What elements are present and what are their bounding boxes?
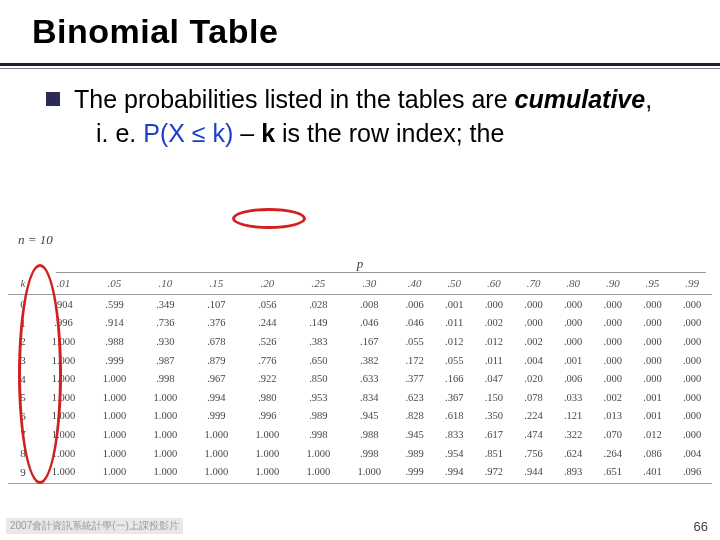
value-cell: .013 bbox=[593, 407, 633, 426]
value-cell: .756 bbox=[514, 444, 554, 463]
value-cell: 1.000 bbox=[140, 462, 191, 483]
p-header: .60 bbox=[474, 274, 514, 295]
value-cell: .150 bbox=[474, 388, 514, 407]
k-header: k bbox=[8, 274, 38, 295]
value-cell: .011 bbox=[474, 351, 514, 370]
table-row: 21.000.988.930.678.526.383.167.055.012.0… bbox=[8, 332, 712, 351]
k-cell: 1 bbox=[8, 314, 38, 333]
value-cell: .994 bbox=[434, 462, 474, 483]
value-cell: .998 bbox=[344, 444, 395, 463]
value-cell: .000 bbox=[633, 314, 673, 333]
value-cell: .624 bbox=[553, 444, 593, 463]
k-cell: 7 bbox=[8, 425, 38, 444]
value-cell: .972 bbox=[474, 462, 514, 483]
value-cell: .999 bbox=[191, 407, 242, 426]
value-cell: .000 bbox=[514, 295, 554, 314]
value-cell: .000 bbox=[593, 295, 633, 314]
value-cell: .000 bbox=[514, 314, 554, 333]
value-cell: 1.000 bbox=[140, 407, 191, 426]
p-header: .70 bbox=[514, 274, 554, 295]
value-cell: .001 bbox=[633, 388, 673, 407]
page-number: 66 bbox=[694, 519, 708, 534]
table-row: 51.0001.0001.000.994.980.953.834.623.367… bbox=[8, 388, 712, 407]
value-cell: .989 bbox=[395, 444, 435, 463]
value-cell: .382 bbox=[344, 351, 395, 370]
value-cell: .376 bbox=[191, 314, 242, 333]
value-cell: .833 bbox=[434, 425, 474, 444]
value-cell: .000 bbox=[672, 407, 712, 426]
value-cell: .850 bbox=[293, 369, 344, 388]
footer-caption: 2007會計資訊系統計學(一)上課投影片 bbox=[6, 518, 183, 534]
value-cell: .008 bbox=[344, 295, 395, 314]
p-header: .99 bbox=[672, 274, 712, 295]
value-cell: .096 bbox=[672, 462, 712, 483]
red-highlight-oval-header bbox=[232, 208, 306, 229]
value-cell: .002 bbox=[474, 314, 514, 333]
value-cell: .322 bbox=[553, 425, 593, 444]
value-cell: .012 bbox=[474, 332, 514, 351]
value-cell: 1.000 bbox=[89, 444, 140, 463]
value-cell: .893 bbox=[553, 462, 593, 483]
value-cell: 1.000 bbox=[38, 407, 89, 426]
bullet-square-icon bbox=[46, 92, 60, 106]
p-header: .25 bbox=[293, 274, 344, 295]
table-row: 91.0001.0001.0001.0001.0001.0001.000.999… bbox=[8, 462, 712, 483]
value-cell: .000 bbox=[593, 369, 633, 388]
value-cell: .000 bbox=[553, 314, 593, 333]
value-cell: .922 bbox=[242, 369, 293, 388]
value-cell: .028 bbox=[293, 295, 344, 314]
value-cell: .650 bbox=[293, 351, 344, 370]
value-cell: .000 bbox=[633, 332, 673, 351]
value-cell: 1.000 bbox=[38, 388, 89, 407]
value-cell: .618 bbox=[434, 407, 474, 426]
binomial-table: k .01.05.10.15.20.25.30.40.50.60.70.80.9… bbox=[8, 274, 712, 484]
value-cell: .980 bbox=[242, 388, 293, 407]
k-cell: 0 bbox=[8, 295, 38, 314]
value-cell: .002 bbox=[593, 388, 633, 407]
value-cell: 1.000 bbox=[242, 425, 293, 444]
value-cell: .006 bbox=[395, 295, 435, 314]
value-cell: .776 bbox=[242, 351, 293, 370]
value-cell: .000 bbox=[553, 295, 593, 314]
value-cell: .224 bbox=[514, 407, 554, 426]
value-cell: 1.000 bbox=[38, 444, 89, 463]
value-cell: .623 bbox=[395, 388, 435, 407]
value-cell: 1.000 bbox=[242, 444, 293, 463]
value-cell: 1.000 bbox=[191, 444, 242, 463]
value-cell: .004 bbox=[514, 351, 554, 370]
p-header: .90 bbox=[593, 274, 633, 295]
p-header: .01 bbox=[38, 274, 89, 295]
value-cell: .167 bbox=[344, 332, 395, 351]
value-cell: 1.000 bbox=[89, 462, 140, 483]
value-cell: .996 bbox=[242, 407, 293, 426]
value-cell: .000 bbox=[672, 351, 712, 370]
value-cell: .000 bbox=[672, 314, 712, 333]
value-cell: .953 bbox=[293, 388, 344, 407]
k-cell: 3 bbox=[8, 351, 38, 370]
value-cell: .851 bbox=[474, 444, 514, 463]
value-cell: .001 bbox=[434, 295, 474, 314]
value-cell: 1.000 bbox=[344, 462, 395, 483]
value-cell: .967 bbox=[191, 369, 242, 388]
p-header: .15 bbox=[191, 274, 242, 295]
binomial-table-image: n = 10 p k .01.05.10.15.20.25.30.40.50.6… bbox=[8, 232, 712, 484]
page-title: Binomial Table bbox=[32, 12, 720, 51]
value-cell: .377 bbox=[395, 369, 435, 388]
p-header: .80 bbox=[553, 274, 593, 295]
value-cell: .000 bbox=[553, 332, 593, 351]
value-cell: .046 bbox=[344, 314, 395, 333]
value-cell: .879 bbox=[191, 351, 242, 370]
value-cell: .989 bbox=[293, 407, 344, 426]
value-cell: .988 bbox=[344, 425, 395, 444]
value-cell: .033 bbox=[553, 388, 593, 407]
value-cell: .526 bbox=[242, 332, 293, 351]
value-cell: .904 bbox=[38, 295, 89, 314]
body-text: The probabilities listed in the tables a… bbox=[74, 83, 652, 151]
value-cell: .012 bbox=[434, 332, 474, 351]
value-cell: .107 bbox=[191, 295, 242, 314]
k-cell: 5 bbox=[8, 388, 38, 407]
value-cell: .383 bbox=[293, 332, 344, 351]
value-cell: 1.000 bbox=[38, 462, 89, 483]
value-cell: .002 bbox=[514, 332, 554, 351]
value-cell: .000 bbox=[593, 314, 633, 333]
